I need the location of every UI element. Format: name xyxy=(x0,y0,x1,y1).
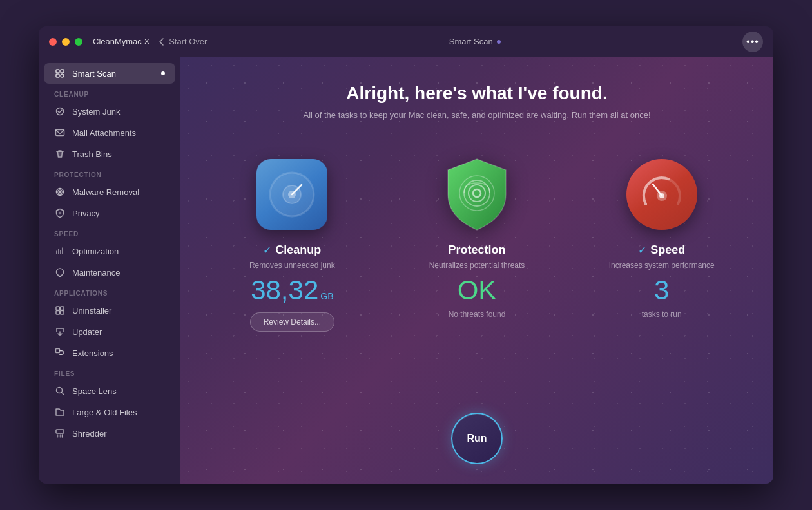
protection-card-sub: No threats found xyxy=(449,310,506,319)
svg-rect-2 xyxy=(56,74,59,77)
mail-icon-svg xyxy=(55,128,65,138)
sidebar-label-privacy: Privacy xyxy=(72,209,100,218)
maximize-button[interactable] xyxy=(75,38,82,46)
optimization-icon-svg xyxy=(55,246,65,256)
speed-check-icon: ✓ xyxy=(638,244,646,256)
speed-icon-wrap xyxy=(623,156,701,233)
cleanup-card-header: ✓ Cleanup xyxy=(263,243,321,257)
space-lens-icon-svg xyxy=(55,386,65,396)
files-icon-svg xyxy=(55,407,65,417)
protection-value-row: OK xyxy=(458,275,497,307)
sidebar-item-maintenance[interactable]: Maintenance xyxy=(44,262,175,283)
sidebar: Smart Scan Cleanup System Junk xyxy=(39,57,180,484)
main-layout: Smart Scan Cleanup System Junk xyxy=(39,57,773,484)
sidebar-item-malware-removal[interactable]: Malware Removal xyxy=(44,182,175,202)
sidebar-item-uninstaller[interactable]: Uninstaller xyxy=(44,300,175,321)
protection-card-desc: Neutralizes potential threats xyxy=(429,261,525,270)
speed-value-row: 3 xyxy=(654,275,669,307)
traffic-lights xyxy=(49,38,82,46)
svg-rect-24 xyxy=(61,311,64,315)
more-button[interactable]: ••• xyxy=(742,32,763,52)
svg-rect-22 xyxy=(61,307,64,310)
section-label-speed: Speed xyxy=(39,224,180,240)
gauge-icon xyxy=(626,159,697,230)
speed-card-title: Speed xyxy=(650,243,685,257)
cleanup-card-value: 38,32 xyxy=(251,275,318,306)
uninstaller-icon xyxy=(54,305,66,316)
gauge-illustration xyxy=(636,169,688,220)
privacy-icon-svg xyxy=(55,208,65,218)
protection-icon-wrap xyxy=(438,156,516,233)
titlebar-scan-label: Smart Scan xyxy=(449,37,493,46)
junk-icon xyxy=(54,106,66,117)
mail-icon xyxy=(54,127,66,138)
speed-card: ✓ Speed Increases system performance 3 t… xyxy=(575,143,748,401)
cards-row: ✓ Cleanup Removes unneeded junk 38,32 GB… xyxy=(206,143,748,401)
app-title: CleanMymac X xyxy=(93,37,150,46)
section-label-applications: Applications xyxy=(39,283,180,299)
svg-rect-31 xyxy=(56,430,64,433)
run-button[interactable]: Run xyxy=(451,413,503,464)
sidebar-label-malware-removal: Malware Removal xyxy=(72,187,139,197)
close-button[interactable] xyxy=(49,38,57,46)
section-label-protection: Protection xyxy=(39,165,180,181)
junk-icon-svg xyxy=(55,106,65,117)
malware-icon xyxy=(54,186,66,198)
speed-card-header: ✓ Speed xyxy=(638,243,685,257)
extensions-icon-svg xyxy=(55,348,65,358)
privacy-icon xyxy=(54,207,66,219)
protection-card-title: Protection xyxy=(449,243,506,257)
sidebar-label-space-lens: Space Lens xyxy=(72,386,117,396)
scan-icon-svg xyxy=(55,68,65,79)
sidebar-item-trash-bins[interactable]: Trash Bins xyxy=(44,144,175,164)
shredder-icon xyxy=(54,428,66,439)
sidebar-item-large-old-files[interactable]: Large & Old Files xyxy=(44,402,175,422)
sidebar-label-updater: Updater xyxy=(72,327,102,337)
protection-card: Protection Neutralizes potential threats… xyxy=(391,143,563,401)
section-label-cleanup: Cleanup xyxy=(39,84,180,100)
sidebar-item-optimization[interactable]: Optimization xyxy=(44,241,175,261)
sidebar-label-shredder: Shredder xyxy=(72,429,106,439)
sidebar-item-extensions[interactable]: Extensions xyxy=(44,343,175,363)
minimize-button[interactable] xyxy=(62,38,70,46)
space-lens-icon xyxy=(54,385,66,397)
malware-icon-svg xyxy=(55,187,65,197)
disk-icon xyxy=(256,159,327,230)
svg-point-3 xyxy=(61,74,64,77)
sidebar-item-system-junk[interactable]: System Junk xyxy=(44,101,175,122)
svg-rect-23 xyxy=(56,311,60,315)
optimization-icon xyxy=(54,245,66,257)
sidebar-label-optimization: Optimization xyxy=(72,247,119,256)
files-icon xyxy=(54,406,66,418)
sidebar-label-smart-scan: Smart Scan xyxy=(72,69,116,79)
maintenance-icon xyxy=(54,267,66,278)
app-window: CleanMymac X Start Over Smart Scan ••• xyxy=(39,26,773,484)
svg-point-15 xyxy=(59,212,61,214)
main-content: Alright, here's what I've found. All of … xyxy=(180,57,773,484)
maintenance-icon-svg xyxy=(55,267,65,278)
sidebar-label-extensions: Extensions xyxy=(72,348,113,358)
cleanup-check-icon: ✓ xyxy=(263,244,271,256)
sidebar-item-privacy[interactable]: Privacy xyxy=(44,203,175,223)
sidebar-item-mail-attachments[interactable]: Mail Attachments xyxy=(44,122,175,143)
shield-svg xyxy=(441,156,512,233)
svg-rect-1 xyxy=(61,70,64,73)
sidebar-label-uninstaller: Uninstaller xyxy=(72,306,111,316)
review-details-button[interactable]: Review Details... xyxy=(250,312,334,332)
svg-rect-0 xyxy=(56,70,59,73)
sidebar-label-system-junk: System Junk xyxy=(72,107,120,117)
cleanup-card-unit: GB xyxy=(320,291,333,301)
start-over-button[interactable]: Start Over xyxy=(157,37,207,46)
trash-icon xyxy=(54,148,66,160)
content-title: Alright, here's what I've found. xyxy=(346,83,607,104)
speed-card-value: 3 xyxy=(654,275,669,306)
sidebar-item-space-lens[interactable]: Space Lens xyxy=(44,381,175,401)
content-subtitle: All of the tasks to keep your Mac clean,… xyxy=(303,110,650,120)
sidebar-item-smart-scan[interactable]: Smart Scan xyxy=(44,63,175,84)
sidebar-item-shredder[interactable]: Shredder xyxy=(44,423,175,444)
extensions-icon xyxy=(54,347,66,359)
protection-card-value: OK xyxy=(458,275,497,306)
trash-icon-svg xyxy=(55,149,65,159)
sidebar-label-mail-attachments: Mail Attachments xyxy=(72,128,136,138)
sidebar-item-updater[interactable]: Updater xyxy=(44,321,175,342)
